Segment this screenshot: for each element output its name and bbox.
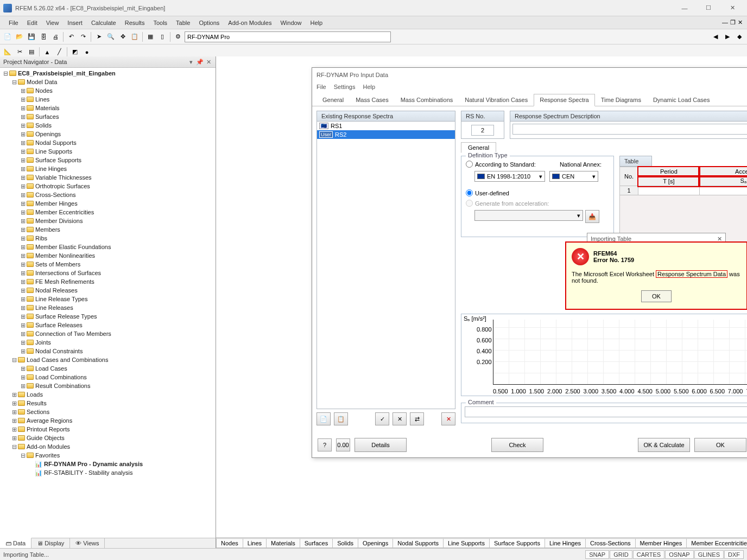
error-ok-button[interactable]: OK (641, 290, 672, 302)
bottom-tab[interactable]: Solids (332, 538, 358, 548)
save-icon[interactable]: 💾 (26, 31, 37, 42)
mdi-minimize-icon[interactable]: — (722, 19, 728, 26)
dlg-menu-help[interactable]: Help (363, 84, 375, 90)
tree-item[interactable]: Nodal Constraints (35, 348, 83, 354)
spectra-item-rs2[interactable]: UserRS2 (317, 130, 455, 139)
line-icon[interactable]: ╱ (54, 47, 65, 58)
tree-model-data[interactable]: Model Data (27, 79, 57, 85)
bottom-tab[interactable]: Lines (243, 538, 267, 548)
tree-item[interactable]: Nodes (35, 87, 53, 94)
tree-item[interactable]: Average Regions (27, 417, 72, 424)
measure-icon[interactable]: 📐 (2, 47, 13, 58)
dlg-tab[interactable]: Time Diagrams (595, 94, 647, 106)
comment-input[interactable] (465, 406, 747, 417)
menu-help[interactable]: Help (306, 18, 327, 28)
pin-icon[interactable]: ▾ (187, 58, 195, 66)
zoom-in-icon[interactable]: 🔍 (105, 31, 116, 42)
addon-selector[interactable]: RF-DYNAM Pro (185, 31, 391, 42)
subtab-general[interactable]: General (461, 142, 496, 153)
menu-table[interactable]: Table (172, 18, 194, 28)
tree-item[interactable]: Surface Releases (35, 322, 83, 328)
tree-favorites[interactable]: Favorites (35, 452, 60, 459)
nav-close-icon[interactable]: ✕ (205, 58, 212, 66)
menu-options[interactable]: Options (194, 18, 224, 28)
menu-view[interactable]: View (42, 18, 64, 28)
status-toggle[interactable]: CARTES (633, 550, 664, 559)
tree-item[interactable]: Line Release Types (35, 296, 87, 302)
renumber-icon[interactable]: ⇄ (410, 412, 424, 425)
nav-tab-display[interactable]: 🖥Display (31, 538, 70, 548)
status-toggle[interactable]: GLINES (694, 550, 724, 559)
bottom-tab[interactable]: Materials (266, 538, 300, 548)
misc-tool-icon[interactable]: ◆ (734, 31, 745, 42)
arrow-right-icon[interactable]: ▶ (722, 31, 733, 42)
status-toggle[interactable]: SNAP (585, 550, 609, 559)
cube-icon[interactable]: ◩ (69, 47, 80, 58)
tree-item[interactable]: Results (27, 400, 47, 406)
spectra-list[interactable]: 🇪🇺RS1 UserRS2 (316, 122, 455, 409)
bottom-tab[interactable]: Line Supports (443, 538, 490, 548)
tree-item[interactable]: Solids (35, 122, 52, 129)
help-icon[interactable]: ? (318, 438, 332, 451)
sphere-icon[interactable]: ● (81, 47, 92, 58)
tree-item[interactable]: Orthotropic Surfaces (35, 183, 90, 189)
menu-edit[interactable]: Edit (23, 18, 42, 28)
dlg-menu-settings[interactable]: Settings (334, 84, 356, 90)
tree-item[interactable]: Member Hinges (35, 200, 78, 207)
tree-fav-1[interactable]: RF-STABILITY - Stability analysis (44, 469, 132, 476)
addon-launcher-icon[interactable]: ⚙ (173, 31, 183, 42)
menu-tools[interactable]: Tools (149, 18, 172, 28)
tree-item[interactable]: Connection of Two Members (35, 330, 111, 337)
tree-load-section[interactable]: Load Cases and Combinations (27, 357, 108, 363)
pin-pin-icon[interactable]: 📌 (196, 58, 204, 66)
tree-item[interactable]: Variable Thicknesses (35, 174, 92, 181)
bottom-tab[interactable]: Member Eccentricities (686, 538, 747, 548)
navigator-tree[interactable]: ⊟EC8_Praxisbeispiel_mit_Eingaben ⊟Model … (0, 68, 216, 538)
minimize-button[interactable]: — (673, 2, 696, 15)
tree-item[interactable]: Load Combinations (35, 374, 87, 380)
tree-item[interactable]: Printout Reports (27, 426, 69, 432)
status-toggle[interactable]: GRID (610, 550, 632, 559)
menu-addon[interactable]: Add-on Modules (224, 18, 276, 28)
tree-item[interactable]: Load Cases (35, 365, 67, 372)
menu-window[interactable]: Window (276, 18, 306, 28)
tree-item[interactable]: Sets of Members (35, 261, 80, 268)
standard-combo[interactable]: EN 1998-1:2010▾ (474, 171, 545, 182)
nav-tab-views[interactable]: 👁Views (70, 538, 105, 548)
details-button[interactable]: Details (354, 438, 407, 452)
annex-combo[interactable]: CEN▾ (549, 171, 598, 182)
spectra-item-rs1[interactable]: 🇪🇺RS1 (317, 122, 455, 130)
delete-sel-icon[interactable]: ✕ (393, 412, 407, 425)
menu-file[interactable]: File (4, 18, 23, 28)
dlg-tab[interactable]: Response Spectra (534, 94, 595, 106)
crop-icon[interactable]: ✂ (14, 47, 25, 58)
delete-spectrum-icon[interactable]: ✕ (441, 412, 455, 425)
tree-item[interactable]: Cross-Sections (35, 192, 76, 198)
copy-spectrum-icon[interactable]: 📋 (334, 412, 348, 425)
bottom-tab[interactable]: Nodal Supports (393, 538, 444, 548)
tree-item[interactable]: Member Eccentricities (35, 209, 94, 215)
radio-userdef[interactable] (466, 189, 473, 196)
pan-icon[interactable]: ✥ (117, 31, 128, 42)
arrow-icon[interactable]: ➤ (93, 31, 104, 42)
saveall-icon[interactable]: 🗄 (38, 31, 49, 42)
mdi-restore-icon[interactable]: ❐ (730, 19, 736, 26)
bottom-tab[interactable]: Nodes (216, 538, 243, 548)
dlg-tab[interactable]: Dynamic Load Cases (647, 94, 716, 106)
bottom-tab[interactable]: Cross-Sections (585, 538, 636, 548)
status-toggle[interactable]: OSNAP (665, 550, 694, 559)
redo-icon[interactable]: ↷ (78, 31, 88, 42)
tree-item[interactable]: Surface Release Types (35, 313, 97, 320)
tree-addon[interactable]: Add-on Modules (27, 443, 70, 450)
copy-icon[interactable]: 📋 (129, 31, 140, 42)
radio-standard[interactable] (466, 161, 473, 168)
print-icon[interactable]: 🖨 (50, 31, 61, 42)
tree-item[interactable]: Lines (35, 96, 49, 103)
bottom-tab[interactable]: Line Hinges (545, 538, 586, 548)
ok-calculate-button[interactable]: OK & Calculate (638, 438, 690, 452)
menu-insert[interactable]: Insert (63, 18, 87, 28)
tree-item[interactable]: Members (35, 226, 60, 233)
menu-results[interactable]: Results (121, 18, 149, 28)
bottom-tab[interactable]: Member Hinges (635, 538, 687, 548)
undo-icon[interactable]: ↶ (66, 31, 77, 42)
